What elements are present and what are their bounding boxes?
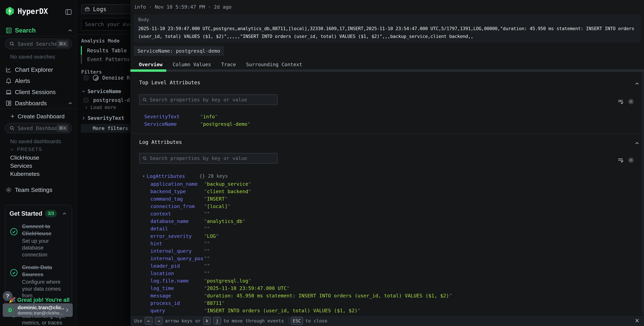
sidebar-item-chart-explorer[interactable]: Chart Explorer — [0, 65, 77, 75]
create-dashboard-button[interactable]: Create Dashboard — [0, 112, 77, 121]
log-attributes-search[interactable] — [139, 153, 278, 164]
get-started-item[interactable]: Connect to ClickHouse Set up your databa… — [10, 223, 67, 258]
j-key[interactable]: j — [213, 317, 221, 325]
attribute-value[interactable]: duration: 45.950 ms statement: INSERT IN… — [204, 293, 452, 298]
scrollbar[interactable] — [642, 72, 644, 315]
attribute-value[interactable] — [204, 241, 210, 246]
attribute-key[interactable]: query — [150, 308, 165, 313]
attribute-value[interactable]: 88711 — [204, 300, 224, 306]
mode-results-table[interactable]: Results Table — [81, 46, 138, 55]
attribute-value[interactable] — [204, 226, 210, 231]
attribute-key[interactable]: database_name — [150, 218, 189, 224]
attribute-key[interactable]: detail — [150, 226, 168, 231]
attribute-value[interactable]: info — [200, 114, 218, 120]
attribute-key[interactable]: process_id — [150, 300, 180, 306]
arrow-left-key[interactable]: ← — [145, 317, 152, 325]
line-wrap-icon[interactable] — [617, 98, 624, 105]
source-select[interactable]: Logs — [81, 4, 138, 14]
sidebar-item-search[interactable]: Search — [0, 26, 77, 35]
saved-dashboards-input[interactable]: Saved Dashboards ⌘K — [5, 123, 72, 133]
arrow-right-key[interactable]: → — [155, 317, 163, 325]
chevron-up-icon[interactable] — [634, 140, 640, 146]
load-more-button[interactable]: Load more — [84, 105, 116, 110]
top-level-search[interactable] — [139, 95, 278, 105]
attribute-value[interactable] — [204, 256, 210, 261]
attribute-key[interactable]: message — [150, 293, 171, 298]
attribute-value[interactable]: [local] — [204, 203, 230, 209]
tree-root-key[interactable]: LogAttributes — [146, 173, 185, 179]
attribute-key[interactable]: backend_type — [150, 189, 186, 194]
attribute-value[interactable]: 2025-11-10 23:59:47.000 UTC — [204, 285, 290, 291]
attribute-value[interactable] — [204, 270, 210, 276]
close-icon[interactable]: × — [635, 317, 639, 324]
tab-column-values[interactable]: Column Values — [173, 62, 211, 67]
attribute-key[interactable]: application_name — [150, 181, 198, 187]
service-checkbox[interactable] — [84, 98, 88, 103]
sidebar-item-alerts[interactable]: Alerts — [0, 76, 77, 86]
saved-searches-input[interactable]: Saved Searches ⌘K — [5, 39, 72, 49]
attribute-key[interactable]: leader_pid — [150, 263, 180, 269]
attribute-value[interactable]: INSERT INTO orders (user_id, total) VALU… — [204, 308, 360, 313]
attribute-key[interactable]: error_severity — [150, 233, 192, 239]
gear-icon[interactable] — [628, 157, 634, 164]
sidebar-item-dashboards[interactable]: Dashboards — [0, 99, 77, 108]
esc-key[interactable]: ESC — [291, 317, 303, 325]
attribute-value[interactable] — [204, 211, 210, 217]
attribute-key[interactable]: internal_query — [150, 248, 192, 254]
filter-group-severitytext[interactable]: SeverityText — [81, 115, 124, 121]
chevron-up-icon[interactable] — [67, 28, 73, 33]
preset-kubernetes[interactable]: Kubernetes — [10, 171, 40, 177]
attribute-value[interactable]: backup_service — [204, 181, 251, 187]
preset-clickhouse[interactable]: ClickHouse — [10, 154, 39, 161]
get-started-item[interactable]: Create Data Sources Configure where your… — [10, 264, 67, 299]
top-level-search-input[interactable] — [150, 97, 274, 103]
attribute-key[interactable]: log.file.name — [150, 278, 189, 284]
sidebar-item-client-sessions[interactable]: Client Sessions — [0, 87, 77, 97]
attribute-value[interactable]: LOG — [204, 233, 219, 239]
attribute-value[interactable] — [204, 248, 210, 254]
chevron-up-icon[interactable] — [62, 211, 67, 216]
service-name-tag[interactable]: ServiceName: postgresql-demo — [134, 46, 224, 56]
attribute-key[interactable]: internal_query_pos — [150, 256, 204, 261]
body-text[interactable]: 2025-11-10 23:59:47.000 UTC,postgres,ana… — [138, 25, 637, 40]
attribute-value[interactable] — [204, 263, 210, 269]
sidebar-item-label: Alerts — [15, 78, 30, 84]
attribute-value[interactable]: analytics_db — [204, 218, 245, 224]
sidebar-item-team-settings[interactable]: Team Settings — [0, 185, 77, 195]
tab-overview[interactable]: Overview — [139, 62, 162, 67]
attribute-key[interactable]: hint — [150, 241, 162, 246]
mode-event-patterns[interactable]: Event Patterns — [81, 55, 138, 64]
chevron-up-icon[interactable] — [634, 81, 640, 87]
attribute-value[interactable]: client backend — [204, 189, 251, 194]
preset-services[interactable]: Services — [10, 162, 32, 169]
brand[interactable]: HyperDX — [5, 6, 48, 16]
attribute-key[interactable]: command_tag — [150, 196, 183, 202]
search-logs-icon — [5, 27, 12, 34]
presets-toggle[interactable]: PRESETS — [10, 147, 42, 152]
attribute-key[interactable]: log_time — [150, 285, 174, 291]
attribute-value[interactable]: postgresql-demo — [200, 121, 250, 127]
gear-icon[interactable] — [628, 98, 634, 105]
log-attributes-search-input[interactable] — [150, 155, 274, 161]
chevron-up-icon[interactable] — [67, 100, 73, 106]
line-wrap-icon[interactable] — [617, 157, 624, 164]
attribute-key[interactable]: ServiceName — [144, 121, 177, 127]
attribute-key[interactable]: connection_from — [150, 203, 195, 209]
help-button[interactable]: ? — [3, 291, 12, 301]
user-menu[interactable]: D dominic.tran@clic... dominic.tran@clic… — [3, 303, 73, 317]
attribute-key[interactable]: SeverityText — [144, 114, 180, 120]
event-search-input[interactable] — [81, 18, 138, 31]
attribute-key[interactable]: location — [150, 270, 174, 276]
k-key[interactable]: k — [203, 317, 211, 325]
filter-group-servicename[interactable]: ServiceName — [81, 88, 121, 94]
tab-surrounding-context[interactable]: Surrounding Context — [246, 62, 302, 67]
attribute-key[interactable]: context — [150, 211, 171, 217]
tab-trace[interactable]: Trace — [221, 62, 236, 67]
attribute-value[interactable]: INSERT — [204, 196, 228, 202]
divider — [0, 109, 77, 109]
plus-icon — [10, 114, 15, 119]
collapse-triangle-icon[interactable]: ▾ — [142, 174, 145, 178]
attribute-value[interactable]: postgresql.log — [204, 278, 251, 284]
denoise-checkbox[interactable] — [84, 76, 88, 80]
collapse-sidebar-icon[interactable] — [64, 8, 72, 16]
